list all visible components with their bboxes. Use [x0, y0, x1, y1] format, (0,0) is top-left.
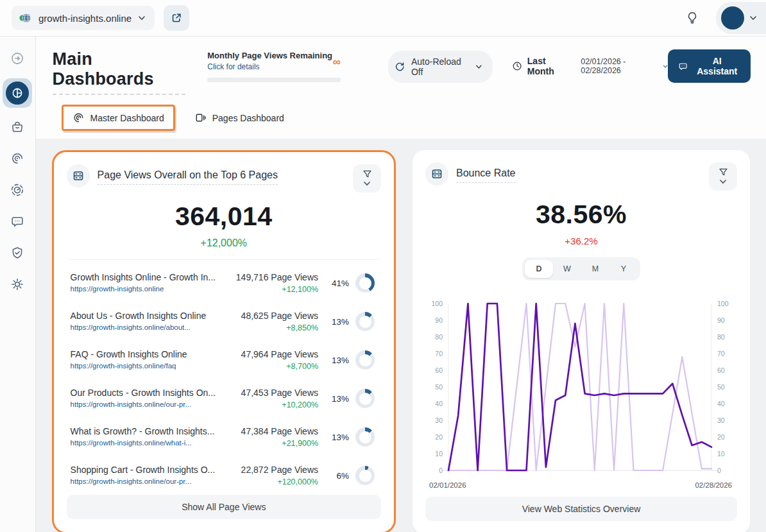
page-views-delta: +21,900% [216, 439, 318, 448]
database-icon [72, 169, 85, 182]
open-site-button[interactable] [164, 5, 189, 31]
pages-icon [194, 112, 207, 124]
funnel-filter-icon [718, 167, 729, 177]
dashboard-tabs: Master Dashboard Pages Dashboard [53, 95, 751, 139]
sidebar-item-settings[interactable] [6, 273, 29, 296]
sidebar-collapse-toggle[interactable] [6, 47, 29, 70]
sidebar-item-insights[interactable] [6, 147, 29, 170]
database-icon [430, 167, 443, 180]
bag-icon [10, 120, 24, 134]
svg-text:60: 60 [717, 366, 725, 374]
table-row: Our Products - Growth Insights On... htt… [71, 379, 380, 418]
clock-icon [512, 60, 522, 72]
page-views-value: 22,872 Page Views [216, 465, 318, 475]
sidebar-item-commerce[interactable] [6, 116, 29, 139]
granularity-week[interactable]: W [553, 260, 581, 278]
page-url-link[interactable]: https://growth-insights.online [71, 285, 164, 293]
quota-widget: Monthly Page Views Remaining Click for d… [207, 49, 341, 82]
svg-text:30: 30 [435, 416, 443, 424]
share-percent: 13% [332, 356, 349, 365]
granularity-month[interactable]: M [581, 260, 609, 278]
sidebar-item-dashboards[interactable] [3, 78, 32, 108]
page-title: Main Dashboards [53, 49, 186, 95]
quota-label: Monthly Page Views Remaining [207, 51, 341, 60]
svg-text:10: 10 [435, 450, 443, 458]
ai-assistant-button[interactable]: AI Assistant [668, 49, 751, 83]
filter-button[interactable] [353, 164, 381, 193]
granularity-day[interactable]: D [525, 260, 553, 278]
chevron-down-icon [138, 14, 146, 22]
period-selector[interactable]: Last Month [512, 56, 571, 76]
dashboard-content: Page Views Overall on the Top 6 Pages 36… [36, 139, 766, 532]
quota-details-link[interactable]: Click for details [207, 62, 259, 71]
auto-reload-dropdown[interactable]: Auto-Reload Off [388, 51, 493, 83]
page-views-value: 48,625 Page Views [216, 311, 318, 321]
sidebar-item-security[interactable] [6, 241, 29, 264]
site-selector[interactable]: growth-insights.online [12, 6, 155, 30]
page-views-delta: +10,200% [216, 400, 318, 409]
share-percent: 41% [332, 279, 349, 288]
table-row: About Us - Growth Insights Online https:… [71, 302, 380, 341]
page-views-delta: +8,850% [216, 323, 318, 332]
sidebar-nav [0, 37, 36, 532]
account-menu[interactable] [716, 2, 766, 34]
table-row: What is Growth? - Growth Insights... htt… [71, 418, 380, 456]
table-row: FAQ - Growth Insights Online https://gro… [71, 341, 380, 379]
share-donut [355, 350, 375, 370]
hints-button[interactable] [683, 8, 702, 28]
svg-text:20: 20 [435, 433, 443, 441]
page-title-text: Shopping Cart - Growth Insights O... [71, 465, 216, 475]
svg-text:20: 20 [717, 433, 725, 441]
tab-master-dashboard[interactable]: Master Dashboard [62, 105, 175, 131]
page-title-text: Our Products - Growth Insights On... [71, 388, 216, 398]
lightbulb-icon [686, 11, 699, 25]
bounce-rate-chart-area: 0010102020303040405050606070708080909010… [425, 295, 737, 496]
bounce-rate-value: 38.56% [425, 200, 737, 230]
card-title: Page Views Overall on the Top 6 Pages [98, 169, 278, 185]
view-web-statistics-button[interactable]: View Web Statistics Overview [425, 497, 737, 521]
bounce-rate-delta: +36.2% [425, 236, 737, 246]
page-views-card: Page Views Overall on the Top 6 Pages 36… [52, 150, 396, 532]
total-delta: +12,000% [67, 237, 381, 249]
date-range-picker[interactable]: 02/01/2026 - 02/28/2026 [581, 57, 668, 75]
share-percent: 13% [332, 394, 349, 404]
date-range-value: 02/01/2026 - 02/28/2026 [581, 57, 660, 75]
page-views-value: 149,716 Page Views [216, 272, 318, 282]
svg-text:50: 50 [435, 383, 443, 391]
page-url-link[interactable]: https://growth-insights.online/faq [71, 362, 176, 370]
chevron-down-icon [475, 63, 482, 71]
share-percent: 13% [332, 317, 349, 327]
granularity-year[interactable]: Y [609, 260, 638, 278]
bounce-rate-card: Bounce Rate 38.56% +36.2% D W M Y [413, 150, 750, 532]
svg-text:90: 90 [717, 316, 725, 324]
filter-button[interactable] [709, 162, 737, 191]
granularity-toggle: D W M Y [522, 257, 640, 280]
page-url-link[interactable]: https://growth-insights.online/our-pr... [71, 400, 192, 408]
svg-text:100: 100 [717, 300, 729, 307]
page-url-link[interactable]: https://growth-insights.online/what-i... [71, 439, 192, 447]
chevron-down-icon [719, 178, 727, 185]
share-donut [355, 427, 375, 447]
spiral-icon [10, 151, 24, 166]
page-views-delta: +12,100% [216, 285, 318, 294]
svg-text:80: 80 [717, 333, 725, 341]
page-url-link[interactable]: https://growth-insights.online/our-pr... [71, 477, 192, 485]
show-all-page-views-button[interactable]: Show All Page Views [67, 495, 381, 519]
svg-text:100: 100 [431, 300, 443, 307]
gauge-scan-icon [10, 183, 24, 197]
page-header: Main Dashboards Monthly Page Views Remai… [36, 37, 766, 139]
card-title: Bounce Rate [456, 167, 516, 183]
page-views-delta: +8,700% [216, 362, 318, 371]
widget-icon-circle [425, 162, 448, 185]
sidebar-item-goals[interactable] [6, 178, 29, 202]
sidebar-item-messages[interactable] [6, 210, 29, 233]
svg-text:02/28/2026: 02/28/2026 [695, 481, 732, 489]
page-title-text: Growth Insights Online - Growth In... [71, 272, 216, 282]
share-donut [355, 273, 375, 293]
page-title-text: FAQ - Growth Insights Online [71, 349, 216, 359]
page-url-link[interactable]: https://growth-insights.online/about... [71, 323, 191, 331]
period-label: Last Month [527, 56, 570, 76]
tab-pages-dashboard[interactable]: Pages Dashboard [185, 107, 293, 129]
chevron-down-icon [663, 64, 668, 69]
site-name: growth-insights.online [38, 13, 132, 24]
